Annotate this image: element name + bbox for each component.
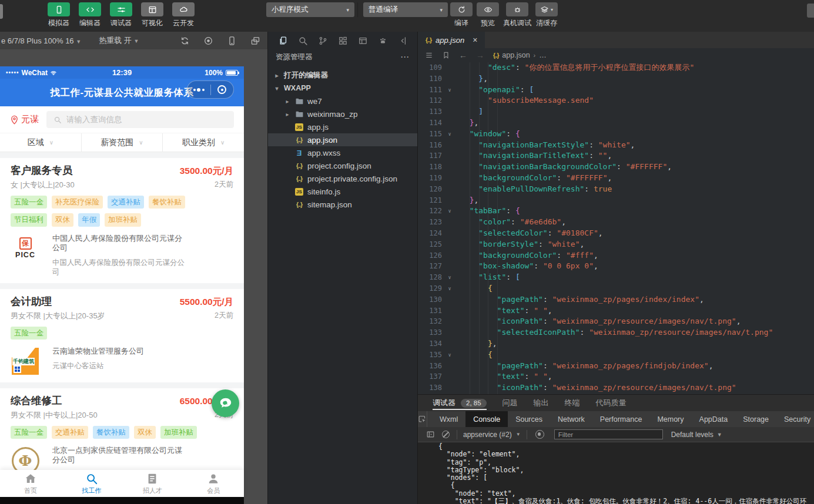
- device-frame-icon[interactable]: [227, 36, 237, 46]
- simulator-button[interactable]: 模拟器: [46, 2, 72, 28]
- battery-percent-label: 100%: [205, 69, 223, 77]
- tree-item-weixinmao_zp[interactable]: ▸weixinmao_zp: [268, 107, 417, 120]
- visualization-button[interactable]: 可视化: [139, 2, 165, 28]
- devtools-tab-network[interactable]: Network: [550, 411, 592, 427]
- chat-floating-button[interactable]: [212, 389, 239, 417]
- devtools-tab-sources[interactable]: Sources: [508, 411, 550, 427]
- compile-button[interactable]: 编译: [450, 2, 473, 28]
- terminal-tab[interactable]: 终端: [565, 395, 580, 411]
- inspect-element-icon[interactable]: [418, 411, 427, 427]
- partial-button-right[interactable]: [807, 4, 814, 18]
- folder-icon: [294, 96, 304, 106]
- tree-item-app.js[interactable]: JSapp.js: [268, 120, 417, 133]
- plugins-icon[interactable]: [373, 32, 393, 49]
- compile-mode-select[interactable]: 普通编译 ▾: [363, 2, 448, 17]
- fold-chevron-icon[interactable]: ∨: [444, 272, 455, 283]
- files-icon[interactable]: [273, 32, 293, 49]
- dock-panel-icon[interactable]: [423, 430, 438, 439]
- panel-tab-label: 终端: [565, 398, 580, 408]
- more-actions-icon[interactable]: ⋯: [400, 52, 410, 62]
- tab-recruit[interactable]: 招人才: [122, 470, 183, 497]
- code-text: },: [455, 73, 488, 85]
- tree-item-project.config.json[interactable]: {..}project.config.json: [268, 159, 417, 172]
- fold-chevron-icon[interactable]: ∨: [444, 350, 455, 361]
- devtools-tab-memory[interactable]: Memory: [649, 411, 691, 427]
- remote-debug-button[interactable]: 真机调试: [503, 2, 531, 28]
- partial-button-left[interactable]: [0, 4, 3, 19]
- location-picker[interactable]: 元谋: [10, 114, 39, 125]
- search-icon[interactable]: [293, 32, 313, 49]
- live-expression-eye-icon[interactable]: [535, 430, 544, 439]
- fold-chevron-icon[interactable]: ∨: [444, 283, 455, 294]
- tree-item-sitemap.json[interactable]: {..}sitemap.json: [268, 198, 417, 211]
- close-icon[interactable]: ×: [473, 35, 477, 45]
- record-icon[interactable]: [203, 36, 213, 46]
- tree-item-app.json[interactable]: {..}app.json: [268, 133, 417, 146]
- job-card[interactable]: 客户服务专员3500.00元/月女 |大专以上|20-302天前五险一金补充医疗…: [0, 158, 244, 283]
- tree-item-project.private.config.json[interactable]: {..}project.private.config.json: [268, 172, 417, 185]
- back-icon[interactable]: ←: [459, 51, 467, 60]
- devtools-tab-appdata[interactable]: AppData: [692, 411, 736, 427]
- console-output[interactable]: { "node": "element", "tag": "p", "tagTyp…: [418, 442, 814, 504]
- devtools-tab-console[interactable]: Console: [465, 411, 508, 427]
- problems-tab[interactable]: 问题: [503, 395, 518, 411]
- cloud-dev-button[interactable]: 云开发: [170, 2, 196, 28]
- fold-chevron-icon[interactable]: ∨: [444, 85, 455, 96]
- tab-findjob[interactable]: 找工作: [61, 470, 122, 497]
- filter-region[interactable]: 区域∨: [0, 133, 81, 152]
- search-input[interactable]: [66, 115, 227, 124]
- toolbar-action-label: 预览: [481, 18, 495, 28]
- devtools-tab-security[interactable]: Security: [776, 411, 814, 427]
- detach-window-icon[interactable]: [250, 36, 260, 46]
- tab-member[interactable]: 会员: [183, 470, 244, 497]
- devtools-tab-storage[interactable]: Storage: [735, 411, 776, 427]
- tree-item-we7[interactable]: ▸we7: [268, 95, 417, 107]
- tree-section--[interactable]: ▸打开的编辑器: [268, 69, 417, 82]
- fold-chevron-icon[interactable]: ∨: [444, 206, 455, 217]
- editor-button[interactable]: 编辑器: [77, 2, 103, 28]
- clear-console-icon[interactable]: [438, 431, 453, 438]
- filter-salary-range[interactable]: 薪资范围∨: [81, 133, 163, 152]
- forward-icon[interactable]: →: [476, 51, 484, 60]
- tree-section-wxapp[interactable]: ▾WXAPP: [268, 82, 417, 95]
- log-levels-select[interactable]: Default levels ▼: [671, 431, 722, 439]
- device-select[interactable]: e 6/7/8 Plus 100% 16 ▼: [1, 36, 81, 45]
- output-tab[interactable]: 输出: [534, 395, 549, 411]
- devtools-tab-wxml[interactable]: Wxml: [432, 411, 465, 427]
- hot-reload-toggle[interactable]: 热重载 开 ▼: [99, 35, 139, 46]
- filter-job-category[interactable]: 职业类别∨: [162, 133, 244, 152]
- source-control-icon[interactable]: [313, 32, 333, 49]
- fold-chevron-icon[interactable]: ∨: [444, 129, 455, 140]
- clear-cache-button[interactable]: ▾清缓存: [535, 2, 558, 28]
- devtools-tab-performance[interactable]: Performance: [592, 411, 650, 427]
- job-card[interactable]: 综合维修工6500.00元/月男女不限 |中专以上|20-502天前五险一金交通…: [0, 388, 244, 470]
- search-input-wrap[interactable]: [46, 111, 234, 128]
- context-select[interactable]: appservice (#2) ▼: [461, 431, 523, 439]
- job-card[interactable]: 会计助理5500.00元/月男女不限 |大专以上|20-35岁2天前五险一金千钧…: [0, 289, 244, 382]
- tree-item-label: siteinfo.js: [307, 187, 340, 196]
- outline-list-icon[interactable]: [425, 51, 433, 59]
- line-number: 136: [418, 361, 444, 372]
- chevron-right-icon: ▸: [284, 98, 291, 105]
- extensions-icon[interactable]: [333, 32, 353, 49]
- debugger-button[interactable]: 调试器: [108, 2, 134, 28]
- preview-button[interactable]: 预览: [477, 2, 499, 28]
- fold-gutter: [444, 184, 455, 195]
- code-quality-tab[interactable]: 代码质量: [596, 395, 627, 411]
- tree-item-app.wxss[interactable]: Ǝapp.wxss: [268, 146, 417, 159]
- job-tag: 交通补贴: [52, 426, 88, 439]
- debugger-tab[interactable]: 调试器2, 85: [433, 395, 487, 411]
- breadcrumb-file[interactable]: {..} app.json › …: [493, 51, 547, 59]
- more-button[interactable]: [187, 88, 210, 92]
- code-editor[interactable]: 109"desc": "你的位置信息将用于小程序位置接口的效果展示"110},1…: [418, 62, 814, 394]
- tree-item-siteinfo.js[interactable]: JSsiteinfo.js: [268, 185, 417, 198]
- collapse-sidebar-icon[interactable]: [393, 32, 413, 49]
- window-icon[interactable]: [353, 32, 373, 49]
- mode-select[interactable]: 小程序模式 ▾: [266, 2, 354, 17]
- console-filter-input[interactable]: [554, 429, 663, 439]
- tab-home[interactable]: 首页: [0, 470, 61, 497]
- editor-tab-appjson[interactable]: {..} app.json ×: [418, 32, 485, 48]
- bookmark-icon[interactable]: [442, 51, 450, 59]
- close-minibar-button[interactable]: [211, 85, 234, 94]
- rotate-icon[interactable]: [180, 36, 190, 46]
